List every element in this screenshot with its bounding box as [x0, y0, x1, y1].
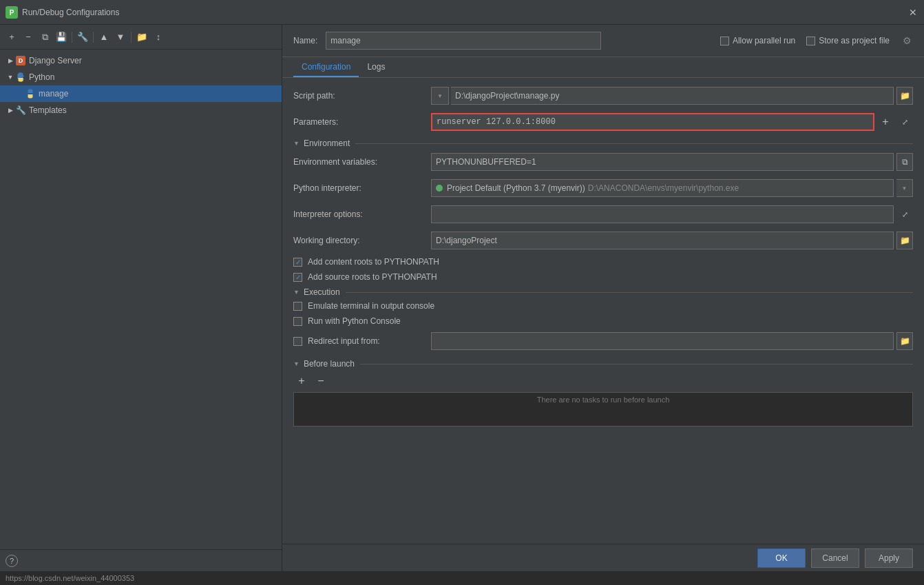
- wrench-button[interactable]: 🔧: [75, 30, 90, 45]
- interpreter-path: D:\ANACONDA\envs\myenvir\python.exe: [588, 183, 739, 193]
- emulate-terminal-checkbox[interactable]: [293, 302, 302, 311]
- redirect-input-row: Redirect input from: 📁: [293, 331, 913, 351]
- tree-arrow-django: ▶: [6, 56, 15, 65]
- before-launch-area: There are no tasks to run before launch: [293, 392, 913, 427]
- before-launch-add-button[interactable]: +: [293, 373, 310, 389]
- redirect-input-input[interactable]: [431, 332, 894, 350]
- tree-item-manage[interactable]: manage: [0, 85, 282, 102]
- python-label: Python: [29, 72, 54, 82]
- parameters-expand-button[interactable]: ⤢: [896, 114, 913, 130]
- manage-icon: [25, 88, 36, 99]
- url-bar: https://blog.csdn.net/weixin_44000353: [0, 571, 924, 585]
- tree-item-python[interactable]: ▼ Python: [0, 69, 282, 85]
- script-path-dropdown[interactable]: ▼: [431, 87, 449, 105]
- toolbar-separator-3: [131, 32, 132, 43]
- python-interpreter-label: Python interpreter:: [293, 183, 431, 193]
- svg-text:P: P: [10, 9, 14, 17]
- before-launch-controls: + −: [293, 373, 913, 389]
- interpreter-status-dot: [436, 185, 443, 192]
- working-directory-label: Working directory:: [293, 236, 431, 245]
- parameters-add-button[interactable]: +: [877, 114, 894, 130]
- app-icon: P: [6, 6, 18, 19]
- parameters-control: + ⤢: [431, 113, 913, 131]
- title-bar-text: Run/Debug Configurations: [22, 8, 907, 17]
- redirect-input-checkbox[interactable]: [293, 337, 302, 346]
- interpreter-options-input[interactable]: [431, 205, 894, 223]
- before-launch-arrow: ▼: [293, 360, 300, 367]
- interpreter-options-label: Interpreter options:: [293, 209, 431, 219]
- store-as-project-label: Store as project file: [819, 36, 890, 45]
- apply-button[interactable]: Apply: [865, 548, 913, 568]
- emulate-terminal-label: Emulate terminal in output console: [308, 301, 434, 311]
- move-up-button[interactable]: ▲: [96, 30, 112, 45]
- allow-parallel-checkbox[interactable]: [720, 37, 729, 45]
- interpreter-options-expand-button[interactable]: ⤢: [896, 206, 913, 223]
- execution-section-header[interactable]: ▼ Execution: [293, 287, 913, 297]
- sort-button[interactable]: ↕: [151, 30, 166, 45]
- parameters-input[interactable]: [431, 113, 874, 131]
- python-interpreter-control: Project Default (Python 3.7 (myenvir)) D…: [431, 179, 913, 197]
- django-server-icon: D: [15, 55, 26, 66]
- config-header: Name: Allow parallel run Store as projec…: [282, 25, 924, 57]
- run-python-console-row: Run with Python Console: [293, 316, 913, 326]
- script-path-label: Script path:: [293, 91, 431, 101]
- move-down-button[interactable]: ▼: [113, 30, 128, 45]
- tree-item-templates[interactable]: ▶ 🔧 Templates: [0, 102, 282, 119]
- python-interpreter-display[interactable]: Project Default (Python 3.7 (myenvir)) D…: [431, 179, 894, 197]
- emulate-terminal-row: Emulate terminal in output console: [293, 301, 913, 311]
- store-as-project-checkbox[interactable]: [806, 37, 815, 45]
- tab-configuration[interactable]: Configuration: [293, 58, 359, 77]
- copy-config-button[interactable]: ⧉: [37, 30, 52, 45]
- tab-logs[interactable]: Logs: [359, 58, 393, 77]
- name-label: Name:: [293, 36, 317, 45]
- store-as-project-group[interactable]: Store as project file: [806, 36, 890, 45]
- url-text: https://blog.csdn.net/weixin_44000353: [6, 574, 134, 582]
- script-path-browse-button[interactable]: 📁: [896, 87, 913, 105]
- tabs-bar: Configuration Logs: [282, 57, 924, 78]
- help-button[interactable]: ?: [6, 555, 18, 567]
- add-content-roots-checkbox[interactable]: [293, 258, 302, 267]
- name-input[interactable]: [326, 32, 601, 50]
- env-variables-copy-button[interactable]: ⧉: [896, 153, 913, 171]
- env-variables-input[interactable]: [431, 153, 894, 171]
- config-content: Script path: ▼ 📁 Parameters: + ⤢ ▼: [282, 78, 924, 544]
- execution-section-title: Execution: [304, 287, 340, 297]
- add-source-roots-checkbox[interactable]: [293, 273, 302, 282]
- cancel-button[interactable]: Cancel: [811, 548, 859, 568]
- folder-button[interactable]: 📁: [134, 30, 149, 45]
- redirect-input-browse-button[interactable]: 📁: [896, 332, 913, 350]
- close-button[interactable]: ✕: [907, 7, 918, 18]
- parameters-label: Parameters:: [293, 117, 431, 127]
- templates-icon: 🔧: [15, 105, 26, 116]
- before-launch-section-line: [360, 364, 913, 365]
- before-launch-section-header[interactable]: ▼ Before launch: [293, 359, 913, 369]
- environment-section-header[interactable]: ▼ Environment: [293, 138, 913, 148]
- working-directory-control: 📁: [431, 232, 913, 249]
- env-variables-label: Environment variables:: [293, 157, 431, 167]
- gear-button[interactable]: ⚙: [901, 34, 913, 47]
- allow-parallel-group[interactable]: Allow parallel run: [720, 36, 795, 45]
- header-options: Allow parallel run Store as project file…: [720, 34, 913, 47]
- run-python-console-label: Run with Python Console: [308, 316, 401, 326]
- bottom-help-bar: ?: [0, 549, 282, 571]
- execution-section-line: [346, 292, 913, 293]
- script-path-input[interactable]: [451, 87, 894, 105]
- add-config-button[interactable]: +: [4, 30, 19, 45]
- tree-item-django-server[interactable]: ▶ D Django Server: [0, 52, 282, 69]
- redirect-input-label: Redirect input from:: [293, 336, 431, 346]
- working-directory-browse-button[interactable]: 📁: [896, 232, 913, 249]
- ok-button[interactable]: OK: [757, 548, 806, 568]
- environment-section-title: Environment: [304, 138, 350, 148]
- working-directory-input[interactable]: [431, 232, 894, 249]
- before-launch-hint: There are no tasks to run before launch: [537, 396, 670, 404]
- run-python-console-checkbox[interactable]: [293, 317, 302, 326]
- interpreter-value: Project Default (Python 3.7 (myenvir)): [447, 183, 585, 193]
- django-server-label: Django Server: [29, 56, 82, 65]
- right-panel: Name: Allow parallel run Store as projec…: [282, 25, 924, 571]
- remove-config-button[interactable]: −: [21, 30, 36, 45]
- python-interpreter-row: Python interpreter: Project Default (Pyt…: [293, 178, 913, 198]
- manage-label: manage: [39, 89, 68, 99]
- before-launch-remove-button[interactable]: −: [313, 373, 329, 389]
- interpreter-dropdown-button[interactable]: ▼: [896, 179, 913, 197]
- save-config-button[interactable]: 💾: [54, 30, 69, 45]
